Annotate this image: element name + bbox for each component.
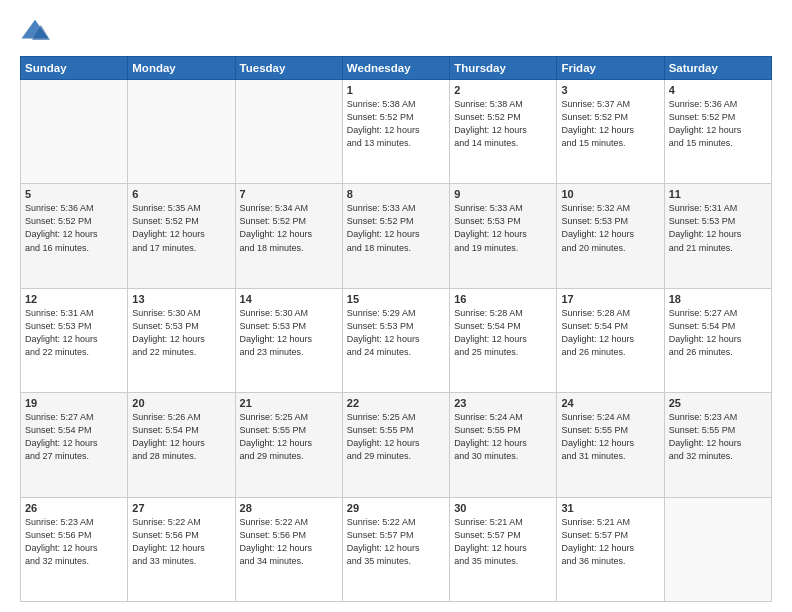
day-info: Sunrise: 5:38 AM Sunset: 5:52 PM Dayligh… xyxy=(347,98,445,150)
day-info: Sunrise: 5:34 AM Sunset: 5:52 PM Dayligh… xyxy=(240,202,338,254)
day-number: 22 xyxy=(347,397,445,409)
week-row-1: 1Sunrise: 5:38 AM Sunset: 5:52 PM Daylig… xyxy=(21,80,772,184)
day-cell: 1Sunrise: 5:38 AM Sunset: 5:52 PM Daylig… xyxy=(342,80,449,184)
day-info: Sunrise: 5:33 AM Sunset: 5:52 PM Dayligh… xyxy=(347,202,445,254)
day-cell: 20Sunrise: 5:26 AM Sunset: 5:54 PM Dayli… xyxy=(128,393,235,497)
day-info: Sunrise: 5:30 AM Sunset: 5:53 PM Dayligh… xyxy=(132,307,230,359)
day-cell: 7Sunrise: 5:34 AM Sunset: 5:52 PM Daylig… xyxy=(235,184,342,288)
day-number: 1 xyxy=(347,84,445,96)
day-info: Sunrise: 5:28 AM Sunset: 5:54 PM Dayligh… xyxy=(561,307,659,359)
day-cell: 16Sunrise: 5:28 AM Sunset: 5:54 PM Dayli… xyxy=(450,288,557,392)
day-cell: 21Sunrise: 5:25 AM Sunset: 5:55 PM Dayli… xyxy=(235,393,342,497)
day-cell: 8Sunrise: 5:33 AM Sunset: 5:52 PM Daylig… xyxy=(342,184,449,288)
day-number: 20 xyxy=(132,397,230,409)
day-info: Sunrise: 5:21 AM Sunset: 5:57 PM Dayligh… xyxy=(561,516,659,568)
day-cell: 23Sunrise: 5:24 AM Sunset: 5:55 PM Dayli… xyxy=(450,393,557,497)
logo-icon xyxy=(20,16,50,46)
day-number: 3 xyxy=(561,84,659,96)
calendar-table: SundayMondayTuesdayWednesdayThursdayFrid… xyxy=(20,56,772,602)
day-cell: 17Sunrise: 5:28 AM Sunset: 5:54 PM Dayli… xyxy=(557,288,664,392)
day-cell xyxy=(21,80,128,184)
day-cell: 27Sunrise: 5:22 AM Sunset: 5:56 PM Dayli… xyxy=(128,497,235,601)
calendar-header: SundayMondayTuesdayWednesdayThursdayFrid… xyxy=(21,57,772,80)
day-number: 4 xyxy=(669,84,767,96)
week-row-3: 12Sunrise: 5:31 AM Sunset: 5:53 PM Dayli… xyxy=(21,288,772,392)
day-cell xyxy=(664,497,771,601)
day-cell: 22Sunrise: 5:25 AM Sunset: 5:55 PM Dayli… xyxy=(342,393,449,497)
day-cell: 9Sunrise: 5:33 AM Sunset: 5:53 PM Daylig… xyxy=(450,184,557,288)
day-cell: 29Sunrise: 5:22 AM Sunset: 5:57 PM Dayli… xyxy=(342,497,449,601)
week-row-5: 26Sunrise: 5:23 AM Sunset: 5:56 PM Dayli… xyxy=(21,497,772,601)
day-info: Sunrise: 5:38 AM Sunset: 5:52 PM Dayligh… xyxy=(454,98,552,150)
day-info: Sunrise: 5:22 AM Sunset: 5:56 PM Dayligh… xyxy=(240,516,338,568)
day-cell xyxy=(128,80,235,184)
day-cell: 28Sunrise: 5:22 AM Sunset: 5:56 PM Dayli… xyxy=(235,497,342,601)
day-number: 18 xyxy=(669,293,767,305)
weekday-header-wednesday: Wednesday xyxy=(342,57,449,80)
weekday-header-friday: Friday xyxy=(557,57,664,80)
day-number: 6 xyxy=(132,188,230,200)
day-cell: 31Sunrise: 5:21 AM Sunset: 5:57 PM Dayli… xyxy=(557,497,664,601)
calendar-page: SundayMondayTuesdayWednesdayThursdayFrid… xyxy=(0,0,792,612)
day-cell: 5Sunrise: 5:36 AM Sunset: 5:52 PM Daylig… xyxy=(21,184,128,288)
day-info: Sunrise: 5:24 AM Sunset: 5:55 PM Dayligh… xyxy=(454,411,552,463)
day-cell: 11Sunrise: 5:31 AM Sunset: 5:53 PM Dayli… xyxy=(664,184,771,288)
day-number: 17 xyxy=(561,293,659,305)
day-cell: 10Sunrise: 5:32 AM Sunset: 5:53 PM Dayli… xyxy=(557,184,664,288)
weekday-header-sunday: Sunday xyxy=(21,57,128,80)
day-number: 19 xyxy=(25,397,123,409)
day-cell: 30Sunrise: 5:21 AM Sunset: 5:57 PM Dayli… xyxy=(450,497,557,601)
day-info: Sunrise: 5:25 AM Sunset: 5:55 PM Dayligh… xyxy=(347,411,445,463)
header xyxy=(20,16,772,46)
day-number: 23 xyxy=(454,397,552,409)
day-number: 21 xyxy=(240,397,338,409)
day-info: Sunrise: 5:36 AM Sunset: 5:52 PM Dayligh… xyxy=(669,98,767,150)
day-info: Sunrise: 5:30 AM Sunset: 5:53 PM Dayligh… xyxy=(240,307,338,359)
day-number: 11 xyxy=(669,188,767,200)
day-info: Sunrise: 5:27 AM Sunset: 5:54 PM Dayligh… xyxy=(669,307,767,359)
weekday-header-saturday: Saturday xyxy=(664,57,771,80)
day-info: Sunrise: 5:21 AM Sunset: 5:57 PM Dayligh… xyxy=(454,516,552,568)
week-row-2: 5Sunrise: 5:36 AM Sunset: 5:52 PM Daylig… xyxy=(21,184,772,288)
day-number: 12 xyxy=(25,293,123,305)
day-cell: 24Sunrise: 5:24 AM Sunset: 5:55 PM Dayli… xyxy=(557,393,664,497)
day-cell: 13Sunrise: 5:30 AM Sunset: 5:53 PM Dayli… xyxy=(128,288,235,392)
day-cell: 15Sunrise: 5:29 AM Sunset: 5:53 PM Dayli… xyxy=(342,288,449,392)
week-row-4: 19Sunrise: 5:27 AM Sunset: 5:54 PM Dayli… xyxy=(21,393,772,497)
day-number: 31 xyxy=(561,502,659,514)
day-info: Sunrise: 5:25 AM Sunset: 5:55 PM Dayligh… xyxy=(240,411,338,463)
day-number: 25 xyxy=(669,397,767,409)
day-cell: 6Sunrise: 5:35 AM Sunset: 5:52 PM Daylig… xyxy=(128,184,235,288)
day-number: 2 xyxy=(454,84,552,96)
day-cell: 4Sunrise: 5:36 AM Sunset: 5:52 PM Daylig… xyxy=(664,80,771,184)
weekday-header-monday: Monday xyxy=(128,57,235,80)
day-number: 16 xyxy=(454,293,552,305)
day-cell: 14Sunrise: 5:30 AM Sunset: 5:53 PM Dayli… xyxy=(235,288,342,392)
day-info: Sunrise: 5:22 AM Sunset: 5:56 PM Dayligh… xyxy=(132,516,230,568)
day-info: Sunrise: 5:31 AM Sunset: 5:53 PM Dayligh… xyxy=(25,307,123,359)
day-cell: 25Sunrise: 5:23 AM Sunset: 5:55 PM Dayli… xyxy=(664,393,771,497)
day-info: Sunrise: 5:23 AM Sunset: 5:56 PM Dayligh… xyxy=(25,516,123,568)
day-number: 24 xyxy=(561,397,659,409)
day-info: Sunrise: 5:33 AM Sunset: 5:53 PM Dayligh… xyxy=(454,202,552,254)
day-number: 30 xyxy=(454,502,552,514)
day-cell xyxy=(235,80,342,184)
day-info: Sunrise: 5:24 AM Sunset: 5:55 PM Dayligh… xyxy=(561,411,659,463)
day-info: Sunrise: 5:35 AM Sunset: 5:52 PM Dayligh… xyxy=(132,202,230,254)
weekday-header-thursday: Thursday xyxy=(450,57,557,80)
day-info: Sunrise: 5:32 AM Sunset: 5:53 PM Dayligh… xyxy=(561,202,659,254)
day-info: Sunrise: 5:37 AM Sunset: 5:52 PM Dayligh… xyxy=(561,98,659,150)
day-number: 8 xyxy=(347,188,445,200)
day-info: Sunrise: 5:28 AM Sunset: 5:54 PM Dayligh… xyxy=(454,307,552,359)
day-number: 26 xyxy=(25,502,123,514)
day-number: 13 xyxy=(132,293,230,305)
day-cell: 3Sunrise: 5:37 AM Sunset: 5:52 PM Daylig… xyxy=(557,80,664,184)
day-cell: 18Sunrise: 5:27 AM Sunset: 5:54 PM Dayli… xyxy=(664,288,771,392)
calendar-body: 1Sunrise: 5:38 AM Sunset: 5:52 PM Daylig… xyxy=(21,80,772,602)
day-cell: 19Sunrise: 5:27 AM Sunset: 5:54 PM Dayli… xyxy=(21,393,128,497)
day-cell: 26Sunrise: 5:23 AM Sunset: 5:56 PM Dayli… xyxy=(21,497,128,601)
weekday-row: SundayMondayTuesdayWednesdayThursdayFrid… xyxy=(21,57,772,80)
day-number: 28 xyxy=(240,502,338,514)
day-info: Sunrise: 5:27 AM Sunset: 5:54 PM Dayligh… xyxy=(25,411,123,463)
logo xyxy=(20,16,54,46)
